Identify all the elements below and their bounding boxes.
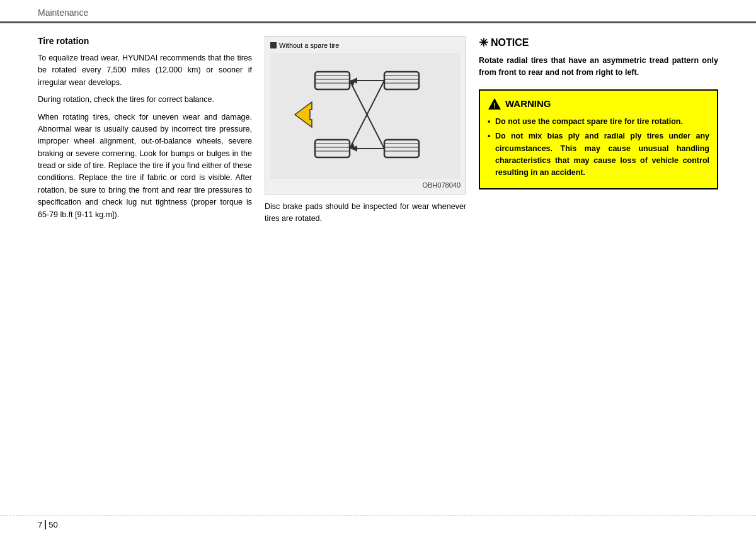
warning-triangle-icon: ! xyxy=(488,97,501,111)
diagram-label: Without a spare tire xyxy=(270,42,461,49)
notice-asterisk-icon: ✳ xyxy=(479,36,488,50)
paragraph-1: To equalize tread wear, HYUNDAI recommen… xyxy=(38,52,252,89)
svg-rect-0 xyxy=(315,72,350,89)
warning-item-2: Do not mix bias ply and radial ply tires… xyxy=(488,130,709,179)
diagram-area xyxy=(270,53,461,179)
section-title: Tire rotation xyxy=(38,36,252,46)
warning-title: ! WARNING xyxy=(488,97,709,111)
footer-page-number: 50 xyxy=(49,520,57,529)
footer-chapter: 7 xyxy=(38,520,46,529)
diagram-box: Without a spare tire xyxy=(265,36,466,195)
warning-text: Do not use the compact spare tire for ti… xyxy=(488,116,709,179)
diagram-label-text: Without a spare tire xyxy=(279,42,339,49)
page-container: Maintenance Tire rotation To equalize tr… xyxy=(0,0,756,542)
paragraph-2: During rotation, check the tires for cor… xyxy=(38,94,252,106)
footer: 7 50 xyxy=(0,516,756,529)
paragraph-3: When rotating tires, check for uneven we… xyxy=(38,111,252,221)
svg-rect-4 xyxy=(384,72,419,89)
main-content: Tire rotation To equalize tread wear, HY… xyxy=(0,23,756,226)
warning-item-1: Do not use the compact spare tire for ti… xyxy=(488,116,709,128)
diagram-caption: Disc brake pads should be inspected for … xyxy=(265,201,466,225)
svg-rect-8 xyxy=(315,140,350,157)
notice-box: ✳ NOTICE Rotate radial tires that have a… xyxy=(479,36,718,79)
svg-rect-12 xyxy=(384,140,419,157)
tire-diagram-svg xyxy=(277,59,454,172)
diagram-id: OBH078040 xyxy=(270,181,461,189)
svg-marker-24 xyxy=(295,102,312,127)
notice-title: ✳ NOTICE xyxy=(479,36,718,50)
header-title: Maintenance xyxy=(38,8,88,23)
left-column: Tire rotation To equalize tread wear, HY… xyxy=(38,36,252,226)
warning-box: ! WARNING Do not use the compact spare t… xyxy=(479,89,718,189)
footer-page: 7 50 xyxy=(38,520,756,529)
diagram-label-square-icon xyxy=(270,42,277,48)
svg-text:!: ! xyxy=(493,101,496,109)
warning-list: Do not use the compact spare tire for ti… xyxy=(488,116,709,179)
middle-column: Without a spare tire xyxy=(265,36,466,226)
notice-title-text: NOTICE xyxy=(491,37,529,48)
header: Maintenance xyxy=(0,0,756,23)
warning-icon-svg: ! xyxy=(488,98,501,110)
warning-title-text: WARNING xyxy=(505,98,551,109)
notice-text: Rotate radial tires that have an asymmet… xyxy=(479,55,718,79)
right-column: ✳ NOTICE Rotate radial tires that have a… xyxy=(479,36,718,226)
